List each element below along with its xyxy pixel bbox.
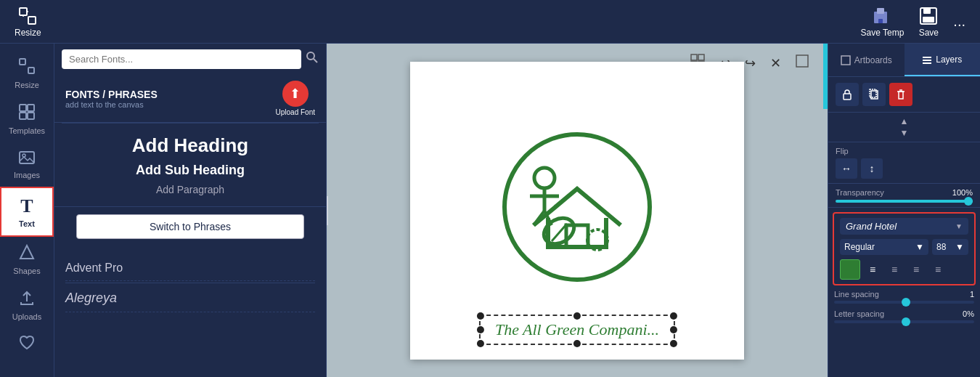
font-dropdown-arrow: ▼ (955, 222, 963, 230)
align-right-btn[interactable]: ≡ (907, 260, 926, 279)
sidebar-item-images[interactable]: Images (0, 142, 54, 187)
line-spacing-slider[interactable] (834, 301, 974, 304)
panel-collapse-arrow[interactable]: ‹ (327, 196, 328, 225)
sidebar-item-favorites[interactable] (0, 328, 54, 362)
transparency-value: 100% (952, 188, 973, 197)
resize-label: Resize (15, 28, 41, 38)
handle-tm[interactable] (573, 312, 581, 320)
color-swatch[interactable] (840, 259, 860, 280)
svg-rect-6 (878, 19, 883, 23)
resize-icon (19, 58, 35, 78)
svg-point-28 (534, 168, 555, 188)
sidebar-item-label-images: Images (14, 171, 40, 179)
font-style-label: Regular (844, 242, 875, 252)
font-list: Advent Pro Alegreya (54, 252, 326, 377)
font-item-advent-pro[interactable]: Advent Pro (65, 256, 315, 281)
save-btn[interactable]: Save (911, 3, 946, 41)
font-style-dropdown[interactable]: Regular ▼ (840, 239, 928, 255)
sidebar-item-label-templates: Templates (9, 126, 45, 135)
svg-rect-25 (796, 55, 808, 67)
svg-rect-5 (877, 8, 884, 14)
tab-layers[interactable]: Layers (905, 44, 981, 76)
close-canvas-btn[interactable]: ✕ (766, 52, 785, 74)
right-wrapper: Artboards Layers (828, 44, 980, 377)
search-button[interactable] (306, 51, 319, 68)
delete-btn[interactable] (889, 83, 912, 106)
sidebar-item-resize[interactable]: Resize (0, 51, 54, 97)
top-toolbar: Resize Save Temp Save ... (0, 0, 980, 44)
transparency-thumb[interactable] (964, 197, 973, 206)
upload-font-btn[interactable]: ⬆ Upload Font (276, 81, 315, 116)
expand-btn[interactable] (791, 52, 813, 74)
upload-icon: ⬆ (282, 81, 309, 107)
svg-rect-13 (28, 105, 34, 111)
line-spacing-row: Line spacing 1 (834, 290, 974, 299)
svg-rect-10 (20, 59, 25, 65)
add-subheading[interactable]: Add Sub Heading (136, 163, 245, 178)
handle-rm[interactable] (670, 326, 677, 333)
font-name-dropdown[interactable]: Grand Hotel ▼ (840, 218, 968, 235)
svg-rect-16 (20, 152, 34, 163)
sidebar-item-templates[interactable]: Templates (0, 97, 54, 142)
sidebar-item-uploads[interactable]: Uploads (0, 283, 54, 328)
svg-rect-43 (899, 92, 903, 99)
align-left-btn[interactable]: ≡ (863, 260, 882, 279)
upload-font-label: Upload Font (276, 108, 315, 116)
add-heading[interactable]: Add Heading (132, 134, 248, 157)
letter-spacing-slider[interactable] (834, 320, 974, 323)
lock-btn[interactable] (836, 83, 859, 106)
flip-vertical-btn[interactable]: ↕ (861, 158, 883, 179)
copy-btn[interactable] (862, 83, 886, 106)
font-size-label: 88 (936, 242, 946, 252)
flip-horizontal-btn[interactable]: ↔ (836, 158, 857, 179)
save-temp-btn[interactable]: Save Temp (854, 3, 912, 41)
add-paragraph[interactable]: Add Paragraph (156, 184, 224, 195)
templates-icon (19, 104, 35, 124)
align-justify-btn[interactable]: ≡ (928, 260, 947, 279)
line-spacing-section: Line spacing 1 Letter spacing 0% (828, 290, 980, 332)
transparency-slider[interactable] (836, 200, 973, 203)
line-spacing-thumb[interactable] (902, 298, 910, 307)
switch-phrases-btn[interactable]: Switch to Phrases (76, 214, 304, 239)
handle-bm[interactable] (573, 340, 581, 347)
main-layout: Resize Templates Images (0, 44, 980, 377)
svg-rect-8 (923, 8, 931, 14)
resize-btn[interactable]: Resize (7, 3, 49, 41)
collapse-down-btn[interactable]: ▼ (900, 127, 909, 139)
font-name-label: Grand Hotel (846, 221, 897, 232)
canvas-text: The All Green Compani... (495, 320, 659, 339)
tab-artboards-label: Artboards (854, 55, 892, 65)
sidebar-item-shapes[interactable]: Shapes (0, 237, 54, 283)
right-panel-tabs: Artboards Layers (828, 44, 980, 77)
svg-rect-38 (923, 60, 931, 61)
svg-point-19 (307, 52, 314, 60)
text-selection-box[interactable]: The All Green Compani... (479, 315, 675, 345)
text-options: Add Heading Add Sub Heading Add Paragrap… (54, 123, 326, 207)
transparency-row: Transparency 100% (836, 188, 973, 197)
svg-rect-9 (923, 17, 934, 23)
svg-line-20 (314, 59, 317, 62)
svg-marker-18 (20, 246, 33, 259)
tab-layers-label: Layers (936, 54, 962, 65)
search-input[interactable] (62, 49, 301, 69)
shapes-icon (19, 244, 35, 264)
svg-rect-11 (28, 68, 34, 73)
letter-spacing-thumb[interactable] (902, 317, 910, 326)
font-item-alegreya[interactable]: Alegreya (65, 285, 315, 312)
handle-lm[interactable] (477, 326, 484, 333)
handle-tl[interactable] (477, 312, 484, 320)
collapse-up-btn[interactable]: ▲ (900, 115, 909, 127)
letter-spacing-label: Letter spacing (834, 309, 884, 318)
font-size-dropdown[interactable]: 88 ▼ (932, 239, 968, 255)
canvas-area[interactable]: ↩ ↪ ✕ (327, 44, 828, 377)
svg-rect-0 (20, 8, 27, 15)
align-center-btn[interactable]: ≡ (885, 260, 904, 279)
uploads-icon (19, 290, 35, 310)
sidebar-item-text[interactable]: T Text (0, 187, 54, 237)
more-btn[interactable]: ... (946, 13, 973, 30)
letter-spacing-value: 0% (963, 309, 974, 318)
text-icon: T (20, 195, 33, 217)
tab-artboards[interactable]: Artboards (828, 44, 905, 76)
panel-section-title: FONTS / PHRASES (65, 89, 158, 100)
handle-bl[interactable] (477, 340, 484, 347)
